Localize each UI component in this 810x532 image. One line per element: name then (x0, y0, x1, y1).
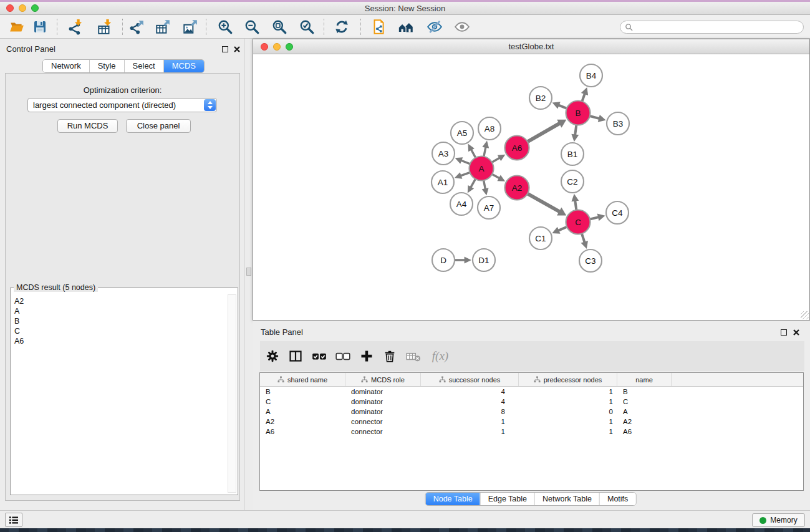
delete-column-button[interactable] (380, 347, 400, 365)
graph-node-A5[interactable]: A5 (451, 122, 473, 144)
network-graph[interactable]: B4B2BB3A5A8A6A3AB1A1C2A4A7A2CC4C1C3DD1 (253, 54, 809, 320)
graph-node-B4[interactable]: B4 (580, 64, 602, 87)
graph-node-C1[interactable]: C1 (529, 227, 552, 249)
control-panel-close-icon[interactable] (233, 46, 241, 53)
add-column-button[interactable] (357, 347, 377, 365)
window-resize-grip[interactable] (801, 311, 809, 319)
graph-node-A3[interactable]: A3 (432, 142, 455, 165)
column-header-successor-nodes[interactable]: successor nodes (421, 373, 519, 386)
tab-node-table[interactable]: Node Table (426, 493, 480, 505)
table-row[interactable]: A2connector11A2 (260, 417, 803, 427)
function-builder-button[interactable]: f(x) (427, 347, 454, 365)
graph-node-A2[interactable]: A2 (505, 176, 529, 200)
graph-node-C3[interactable]: C3 (579, 249, 602, 272)
graph-node-C[interactable]: C (566, 210, 591, 235)
table-cell[interactable]: A6 (617, 427, 672, 437)
import-network-button[interactable] (66, 18, 85, 36)
network-canvas[interactable]: B4B2BB3A5A8A6A3AB1A1C2A4A7A2CC4C1C3DD1 (253, 54, 809, 320)
table-cell[interactable]: C (617, 397, 672, 407)
graph-node-B2[interactable]: B2 (529, 87, 552, 109)
graph-node-B3[interactable]: B3 (607, 112, 629, 135)
tab-select[interactable]: Select (124, 60, 163, 72)
tab-network[interactable]: Network (43, 60, 89, 72)
table-cell[interactable]: A (260, 407, 345, 417)
export-table-button[interactable] (153, 18, 172, 36)
graph-node-B1[interactable]: B1 (561, 143, 584, 165)
open-session-button[interactable] (7, 18, 26, 36)
tab-mcds[interactable]: MCDS (163, 60, 204, 72)
criterion-select[interactable]: largest connected component (directed) (27, 98, 217, 112)
export-image-button[interactable] (181, 18, 200, 36)
control-panel-float-icon[interactable] (222, 46, 228, 52)
table-cell[interactable]: 1 (519, 427, 617, 437)
deselect-all-button[interactable] (333, 347, 353, 365)
table-row[interactable]: Cdominator41C (260, 397, 803, 407)
run-mcds-button[interactable]: Run MCDS (57, 119, 118, 133)
export-network-button[interactable] (127, 18, 146, 36)
zoom-in-button[interactable] (216, 18, 234, 36)
graph-node-C4[interactable]: C4 (606, 201, 629, 224)
zoom-selected-button[interactable] (297, 18, 316, 36)
memory-button[interactable]: Memory (752, 513, 805, 527)
save-session-button[interactable] (31, 18, 49, 36)
task-history-button[interactable] (5, 513, 22, 527)
first-neighbors-button[interactable] (397, 18, 415, 36)
table-cell[interactable]: 8 (421, 407, 519, 417)
table-cell[interactable]: C (260, 397, 345, 407)
column-header-name[interactable]: name (617, 373, 672, 386)
graph-node-A6[interactable]: A6 (505, 136, 529, 160)
mcds-result-item[interactable]: C (14, 326, 226, 336)
table-cell[interactable]: connector (345, 417, 421, 427)
graph-node-A8[interactable]: A8 (478, 117, 501, 140)
mcds-result-item[interactable]: A (14, 306, 226, 316)
close-panel-button[interactable]: Close panel (126, 119, 191, 133)
refresh-button[interactable] (332, 18, 351, 36)
delete-table-button[interactable] (403, 347, 423, 365)
table-cell[interactable]: dominator (345, 407, 421, 417)
table-cell[interactable]: 1 (519, 397, 617, 407)
mcds-result-item[interactable]: A6 (14, 336, 226, 346)
import-table-button[interactable] (95, 18, 114, 36)
table-row[interactable]: Bdominator41B (260, 387, 803, 397)
tab-style[interactable]: Style (89, 60, 124, 72)
graph-node-D[interactable]: D (432, 249, 455, 271)
graph-node-A7[interactable]: A7 (478, 196, 500, 219)
select-all-button[interactable] (309, 347, 329, 365)
table-cell[interactable]: 4 (421, 387, 519, 397)
table-cell[interactable]: 4 (421, 397, 519, 407)
column-header-shared-name[interactable]: shared name (260, 373, 345, 386)
tab-network-table[interactable]: Network Table (534, 493, 599, 505)
graph-node-A1[interactable]: A1 (432, 171, 454, 193)
mcds-result-item[interactable]: B (14, 316, 226, 326)
table-cell[interactable]: B (260, 387, 345, 397)
hide-selected-button[interactable] (425, 18, 444, 36)
table-cell[interactable]: A2 (617, 417, 672, 427)
table-cell[interactable]: 1 (519, 387, 617, 397)
graph-node-B[interactable]: B (566, 101, 591, 125)
mcds-result-list[interactable]: A2ABCA6 (12, 294, 226, 493)
table-cell[interactable]: 0 (519, 407, 617, 417)
table-cell[interactable]: B (617, 387, 672, 397)
search-input[interactable] (633, 23, 803, 32)
table-panel-float-icon[interactable] (781, 329, 787, 336)
new-network-from-selection-button[interactable] (369, 18, 388, 36)
zoom-out-button[interactable] (243, 18, 261, 36)
splitter-handle-vertical[interactable] (246, 268, 251, 276)
table-row[interactable]: Adominator80A (260, 407, 803, 417)
graph-node-D1[interactable]: D1 (473, 249, 495, 271)
table-cell[interactable]: 1 (421, 417, 519, 427)
column-header-predecessor-nodes[interactable]: predecessor nodes (519, 373, 617, 386)
column-header-mcds-role[interactable]: MCDS role (345, 373, 421, 386)
tab-edge-table[interactable]: Edge Table (480, 493, 534, 505)
table-settings-button[interactable] (263, 347, 282, 365)
table-row[interactable]: A6connector11A6 (260, 427, 803, 437)
table-cell[interactable]: dominator (345, 397, 421, 407)
mcds-result-item[interactable]: A2 (14, 296, 226, 306)
graph-node-C2[interactable]: C2 (561, 170, 584, 193)
show-all-button[interactable] (453, 18, 471, 36)
table-cell[interactable]: dominator (345, 387, 421, 397)
zoom-fit-button[interactable] (270, 18, 289, 36)
table-cell[interactable]: A (617, 407, 672, 417)
table-cell[interactable]: connector (345, 427, 421, 437)
table-cell[interactable]: 1 (421, 427, 519, 437)
